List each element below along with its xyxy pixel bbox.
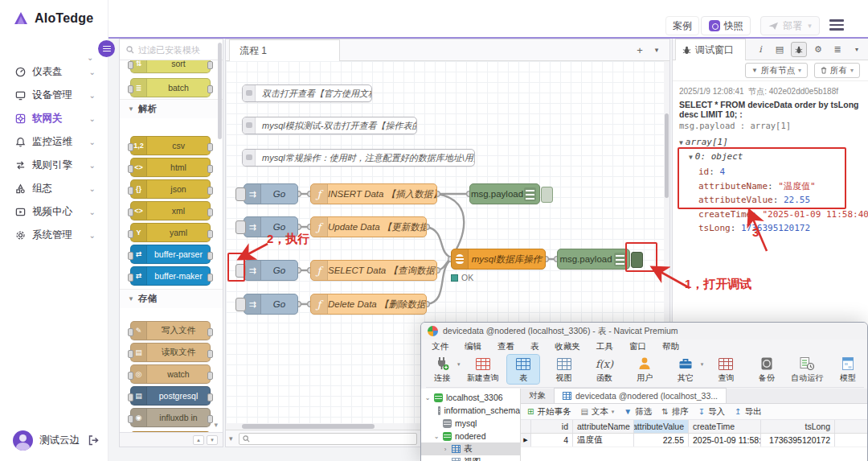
debug-toggle-button[interactable] [541, 187, 553, 203]
table-row[interactable]: ▶4温度值22.552025-01-09 11:58:4017363951201… [521, 434, 867, 447]
palette-node-sort[interactable]: ⇅sort [130, 60, 211, 73]
tree-collapse-icon[interactable]: ▼ [689, 154, 693, 161]
tree-item-information_schema[interactable]: information_schema [421, 404, 520, 417]
navicat-tool-备份[interactable]: 备份 [751, 355, 783, 384]
navicat-tool-连接[interactable]: 连接▾ [426, 355, 458, 384]
tree-expand-icon[interactable]: › [442, 459, 448, 461]
comment-node[interactable]: mysql常规操作：使用时，注意配置好的数据库地址\用户名\密码 [242, 149, 475, 167]
debug-node[interactable]: msg.payload [469, 183, 540, 204]
avatar[interactable] [13, 430, 33, 451]
debug-toggle-button[interactable] [631, 252, 643, 268]
debug-bug-icon[interactable] [791, 42, 807, 57]
function-node[interactable]: ƒDelete Data 【删除数据】 [310, 294, 427, 315]
comment-node[interactable]: mysql模拟测试-双击打开查看【操作表的结构】 [242, 117, 417, 134]
table-toolbar-导入[interactable]: ↧导入 [698, 406, 725, 418]
column-header-id[interactable]: id [531, 420, 573, 433]
clear-all-button[interactable]: 所有 ▾ [814, 63, 860, 78]
chevron-down-icon[interactable]: ▾ [229, 434, 233, 442]
case-button[interactable]: 案例 [665, 16, 699, 35]
table-toolbar-文本[interactable]: ▤文本▾ [580, 406, 614, 418]
palette-section-header[interactable]: ▼存储 [120, 289, 223, 308]
palette-node-读取文件[interactable]: ▤读取文件 [130, 343, 211, 362]
function-node[interactable]: ƒUpdate Data 【更新数据】 [310, 216, 427, 237]
chevron-down-icon[interactable]: ▾ [457, 361, 461, 368]
tree-item-表[interactable]: ›表 [421, 442, 520, 455]
inject-run-button[interactable] [235, 264, 246, 278]
table-toolbar-筛选[interactable]: ▼筛选 [624, 406, 652, 418]
comment-node[interactable]: 双击打开查看【官方使用文档】 [242, 84, 372, 102]
canvas-search[interactable] [239, 433, 417, 445]
navicat-tool-视图[interactable]: 视图 [547, 355, 579, 384]
column-header-tsLong[interactable]: tsLong [761, 420, 835, 433]
function-node[interactable]: ƒSELECT Data 【查询数据】 [310, 260, 437, 281]
inject-node[interactable]: ⇉Go [244, 294, 298, 315]
palette-collapse-down-button[interactable]: ▾ [207, 435, 218, 445]
sidebar-collapse-button[interactable] [98, 40, 115, 57]
chevron-down-icon[interactable]: ▾ [808, 22, 812, 30]
palette-search-input[interactable] [138, 45, 211, 55]
tree-item-nodered[interactable]: ⌄nodered [421, 430, 520, 442]
palette-node-html[interactable]: <>html [130, 158, 211, 177]
sidebar-item-rule-engine[interactable]: 规则引擎⌄ [0, 154, 108, 175]
palette-node-json[interactable]: {}json [130, 179, 211, 199]
tree-item-localhost_3306[interactable]: ⌄localhost_3306 [421, 391, 520, 404]
table-toolbar-导出[interactable]: ↥导出 [735, 406, 761, 418]
navicat-menu-编辑[interactable]: 编辑 [457, 340, 489, 354]
info-icon[interactable]: i [752, 42, 768, 57]
navicat-tool-模型[interactable]: 模型 [832, 355, 864, 384]
flow-list-caret-icon[interactable]: ▾ [650, 43, 663, 58]
deploy-button[interactable]: 部署 ▾ [760, 16, 820, 35]
navicat-window[interactable]: devicedata @nodered (localhost_3306) - 表… [420, 322, 868, 461]
sidebar-item-dashboard[interactable]: 仪表盘⌄ [0, 61, 108, 82]
tree-expand-icon[interactable]: ⌄ [424, 394, 431, 401]
sidebar-item-soft-gateway[interactable]: 软网关⌄ [0, 108, 108, 129]
palette-node-watch[interactable]: ◎watch [130, 364, 211, 384]
navicat-menu-窗口[interactable]: 窗口 [622, 340, 653, 354]
add-flow-button[interactable]: + [633, 43, 647, 58]
navicat-tool-查询[interactable]: 查询 [710, 355, 742, 384]
navicat-tool-自动运行[interactable]: 自动运行 [791, 355, 823, 384]
navicat-menu-查看[interactable]: 查看 [490, 340, 522, 354]
inject-run-button[interactable] [235, 298, 246, 311]
tab-debug-window[interactable]: 调试窗口 [675, 39, 746, 60]
palette-section-header[interactable]: ▼解析 [120, 99, 223, 118]
mysql-node[interactable]: mysql数据库操作 [451, 249, 546, 270]
snapshot-button[interactable]: 快照 [701, 16, 751, 35]
sidebar-item-scada[interactable]: 组态⌄ [0, 178, 108, 199]
palette-scroll-down-icon[interactable]: ▾ [214, 421, 218, 429]
chevron-down-icon[interactable]: ▾ [849, 42, 865, 57]
debug-node[interactable]: msg.payload [557, 249, 630, 270]
tree-expand-icon[interactable]: › [442, 446, 448, 453]
palette-node-postgresql[interactable]: ▤postgresql [130, 386, 211, 405]
navicat-menu-工具[interactable]: 工具 [589, 340, 620, 354]
json-tree-row[interactable]: ▼array[1] [679, 135, 862, 150]
navicat-menu-帮助[interactable]: 帮助 [655, 340, 686, 354]
column-header-attributeValue[interactable]: attributeValue [634, 420, 689, 433]
palette-collapse-up-button[interactable]: ▴ [193, 435, 204, 445]
json-tree-row[interactable]: ▼0: object [679, 150, 862, 164]
palette-search[interactable] [120, 39, 223, 60]
navicat-tool-新建查询[interactable]: 新建查询 [466, 355, 498, 384]
tree-expand-icon[interactable]: ⌄ [433, 433, 440, 440]
tab-flow-1[interactable]: 流程 1 [229, 39, 340, 61]
palette-node-写入文件[interactable]: ✎写入文件 [130, 321, 211, 340]
canvas-search-input[interactable] [253, 434, 416, 443]
help-book-icon[interactable]: ▤ [772, 42, 788, 57]
palette-node-yaml[interactable]: Yyaml [130, 223, 211, 242]
navicat-tool-表[interactable]: 表 [507, 355, 539, 384]
table-toolbar-开始事务[interactable]: ⊞开始事务 [527, 406, 571, 418]
inject-run-button[interactable] [235, 187, 246, 201]
logout-icon[interactable] [88, 435, 99, 446]
column-header-attributeName[interactable]: attributeName [573, 420, 634, 433]
chevron-down-icon[interactable]: ▾ [701, 361, 704, 368]
navicat-tool-用户[interactable]: 用户 [628, 355, 661, 384]
palette-node-batch[interactable]: ≣batch [130, 78, 211, 97]
palette-node-xml[interactable]: <>xml [130, 201, 211, 220]
navicat-tab[interactable]: 对象 [521, 388, 554, 403]
inject-run-button[interactable] [235, 220, 246, 234]
inject-node[interactable]: ⇉Go [244, 260, 298, 281]
table-toolbar-排序[interactable]: ⇅排序 [661, 406, 688, 418]
config-gear-icon[interactable]: ⚙ [810, 42, 826, 57]
sidebar-item-system-mgmt[interactable]: 系统管理⌄ [0, 224, 108, 245]
navicat-menu-收藏夹[interactable]: 收藏夹 [548, 340, 588, 354]
